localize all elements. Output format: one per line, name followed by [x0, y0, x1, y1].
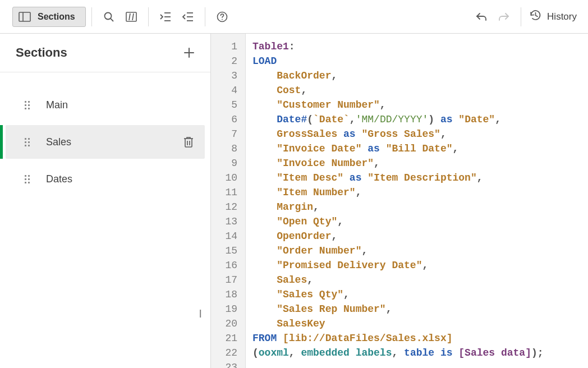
code-line[interactable]: OpenOrder, [252, 229, 588, 243]
line-number: 5 [224, 98, 237, 112]
svg-line-5 [129, 13, 130, 20]
svg-point-14 [222, 19, 223, 20]
code-line[interactable] [252, 360, 588, 368]
sections-toggle-label: Sections [38, 12, 75, 22]
history-label: History [547, 11, 577, 22]
section-item-label: Main [46, 99, 68, 111]
line-number: 20 [224, 316, 237, 331]
comment-toggle-button[interactable] [120, 6, 143, 28]
outdent-button[interactable] [177, 6, 199, 28]
divider [91, 7, 92, 26]
line-number: 19 [224, 302, 237, 316]
redo-button[interactable] [493, 6, 515, 28]
svg-line-3 [111, 19, 113, 21]
line-number: 8 [224, 141, 237, 156]
code-line[interactable]: SalesKey [252, 316, 588, 331]
sections-toggle-button[interactable]: Sections [12, 7, 86, 27]
undo-button[interactable] [470, 6, 493, 28]
line-number: 16 [224, 258, 237, 273]
code-line[interactable]: "Sales Qty", [252, 287, 588, 302]
line-number: 11 [224, 185, 237, 200]
add-section-button[interactable] [181, 45, 197, 61]
section-item-label: Dates [46, 173, 72, 185]
line-number: 22 [224, 346, 237, 360]
line-number: 1 [224, 39, 237, 54]
drag-handle-icon[interactable] [25, 175, 33, 183]
line-number: 6 [224, 112, 237, 127]
line-number: 14 [224, 229, 237, 243]
code-line[interactable]: BackOrder, [252, 68, 588, 83]
toolbar: Sections [0, 0, 588, 34]
svg-line-6 [132, 13, 134, 20]
history-button[interactable]: History [527, 6, 579, 27]
code-line[interactable]: "Open Qty", [252, 214, 588, 229]
search-button[interactable] [98, 6, 120, 28]
code-line[interactable]: "Item Number", [252, 185, 588, 200]
code-line[interactable]: "Invoice Date" as "Bill Date", [252, 141, 588, 156]
line-number: 13 [224, 214, 237, 229]
line-number: 9 [224, 156, 237, 171]
line-number: 10 [224, 171, 237, 185]
code-line[interactable]: "Promised Delivery Date", [252, 258, 588, 273]
delete-section-button[interactable] [183, 136, 194, 148]
code-line[interactable]: GrossSales as "Gross Sales", [252, 127, 588, 141]
sections-title: Sections [16, 45, 67, 60]
code-line[interactable]: Table1: [252, 39, 588, 54]
code-editor[interactable]: 1234567891011121314151617181920212223 Ta… [211, 34, 588, 368]
divider [148, 7, 149, 26]
line-number-gutter: 1234567891011121314151617181920212223 [211, 34, 246, 368]
code-line[interactable]: Date#(`Date`,'MM/DD/YYYY') as "Date", [252, 112, 588, 127]
code-line[interactable]: Cost, [252, 83, 588, 98]
section-item-label: Sales [46, 136, 71, 148]
line-number: 15 [224, 243, 237, 258]
history-icon [529, 9, 541, 24]
code-line[interactable]: Sales, [252, 273, 588, 287]
section-item[interactable]: Main [6, 88, 205, 122]
line-number: 4 [224, 83, 237, 98]
divider [205, 7, 205, 26]
line-number: 12 [224, 200, 237, 214]
code-line[interactable]: "Item Desc" as "Item Description", [252, 171, 588, 185]
code-line[interactable]: "Order Number", [252, 243, 588, 258]
code-line[interactable]: "Sales Rep Number", [252, 302, 588, 316]
code-area[interactable]: Table1:LOAD BackOrder, Cost, "Customer N… [246, 34, 588, 368]
code-line[interactable]: LOAD [252, 54, 588, 68]
line-number: 17 [224, 273, 237, 287]
code-line[interactable]: (ooxml, embedded labels, table is [Sales… [252, 346, 588, 360]
section-item[interactable]: Sales [6, 125, 205, 159]
code-line[interactable]: "Invoice Number", [252, 156, 588, 171]
line-number: 3 [224, 68, 237, 83]
help-button[interactable] [211, 6, 233, 28]
svg-rect-0 [19, 12, 30, 21]
panel-icon [19, 12, 31, 22]
split-handle[interactable]: || [199, 309, 200, 318]
drag-handle-icon[interactable] [25, 138, 33, 146]
code-line[interactable]: Margin, [252, 200, 588, 214]
drag-handle-icon[interactable] [25, 101, 33, 109]
line-number: 23 [224, 360, 237, 368]
sections-header: Sections [0, 34, 210, 72]
code-line[interactable]: FROM [lib://DataFiles/Sales.xlsx] [252, 331, 588, 346]
line-number: 2 [224, 54, 237, 68]
indent-button[interactable] [154, 6, 177, 28]
sections-panel: Sections MainSalesDates [0, 34, 211, 368]
code-line[interactable]: "Customer Number", [252, 98, 588, 112]
line-number: 7 [224, 127, 237, 141]
svg-point-2 [104, 12, 111, 19]
divider [521, 7, 521, 26]
line-number: 18 [224, 287, 237, 302]
section-item[interactable]: Dates [6, 162, 205, 196]
section-list: MainSalesDates [0, 72, 210, 199]
svg-rect-4 [126, 12, 136, 21]
line-number: 21 [224, 331, 237, 346]
